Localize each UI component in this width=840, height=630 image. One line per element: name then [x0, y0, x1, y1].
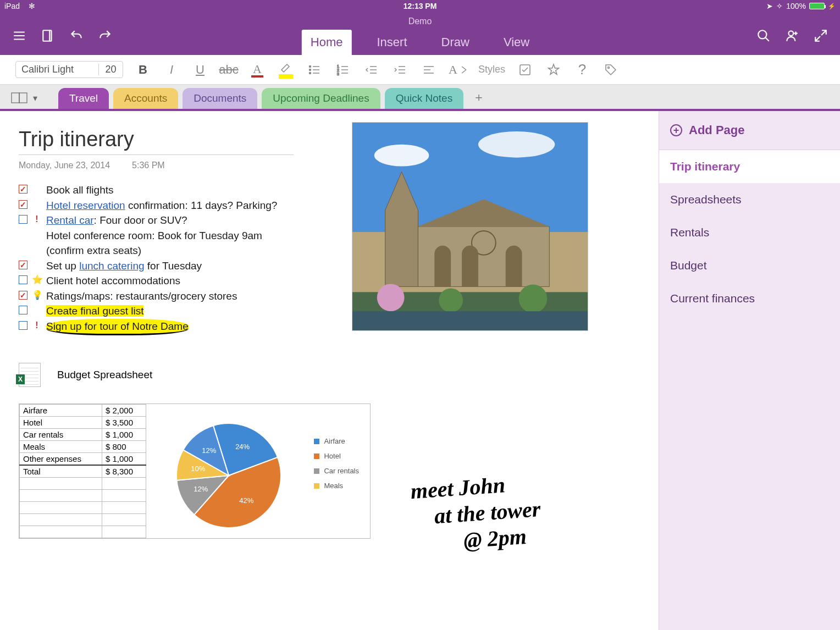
highlight-button[interactable] [277, 61, 295, 79]
styles-button[interactable]: A [449, 61, 467, 79]
star-tag-button[interactable] [545, 61, 562, 79]
check-text[interactable]: Client hotel accommodations [46, 273, 180, 289]
question-tag-button[interactable]: ? [573, 61, 591, 79]
section-tab-accounts[interactable]: Accounts [113, 88, 178, 109]
important-tag-icon: ! [32, 319, 42, 331]
undo-icon[interactable] [69, 29, 84, 43]
page-list-item[interactable]: Trip itinerary [659, 150, 840, 183]
svg-rect-13 [19, 93, 27, 103]
notebook-name: Demo [408, 16, 432, 26]
italic-button[interactable]: I [163, 61, 180, 79]
align-button[interactable] [420, 61, 438, 79]
notebook-switcher[interactable]: ▾ [11, 92, 37, 109]
section-tab-deadlines[interactable]: Upcoming Deadlines [262, 88, 380, 109]
menu-icon[interactable] [12, 29, 26, 43]
bluetooth-icon: ✧ [776, 2, 783, 10]
add-page-button[interactable]: + Add Page [659, 111, 840, 150]
sync-icon: ✻ [29, 2, 35, 10]
important-tag-icon: ! [32, 213, 42, 225]
battery-pct: 100% [786, 2, 806, 10]
check-text[interactable]: Hotel reservation confirmation: 11 days?… [46, 198, 277, 213]
formatting-toolbar: Calibri Light 20 B I U abc A 123 A Style… [0, 55, 840, 85]
budget-table: Airfare$ 2,000 Hotel$ 3,500 Car rentals$… [19, 404, 146, 538]
ribbon-tab-insert[interactable]: Insert [368, 30, 416, 55]
ios-status-bar: iPad ✻ 12:13 PM ➤ ✧ 100% ⚡ [0, 0, 840, 12]
bold-button[interactable]: B [134, 61, 152, 79]
check-text[interactable]: Set up lunch catering for Tuesday [46, 258, 202, 274]
page-list-item[interactable]: Budget [659, 249, 840, 282]
ribbon-tab-view[interactable]: View [495, 30, 538, 55]
check-text[interactable]: Book all flights [46, 183, 114, 198]
font-color-button[interactable]: A [248, 61, 266, 79]
check-text[interactable]: Hotel conference room: Book for Tuesday … [46, 228, 262, 258]
svg-point-27 [519, 284, 548, 313]
location-icon: ➤ [766, 2, 773, 10]
checkbox[interactable] [19, 215, 27, 224]
redo-icon[interactable] [98, 29, 112, 43]
numbered-list-button[interactable]: 123 [334, 61, 352, 79]
section-tab-quick[interactable]: Quick Notes [385, 88, 463, 109]
share-person-icon[interactable] [785, 29, 799, 43]
star-tag-icon: ⭐ [32, 273, 42, 286]
indent-button[interactable] [391, 61, 409, 79]
ink-handwriting[interactable]: meet John at the tower @ 2pm [410, 469, 543, 557]
checkbox[interactable] [19, 261, 27, 269]
svg-point-4 [310, 65, 311, 67]
svg-text:42%: 42% [239, 497, 253, 505]
svg-point-5 [310, 69, 311, 70]
checkbox[interactable] [19, 291, 27, 300]
section-tabs-bar: ▾ Travel Accounts Documents Upcoming Dea… [0, 85, 840, 111]
search-icon[interactable] [756, 29, 771, 43]
check-text[interactable]: Sign up for tour of Notre Dame [46, 319, 189, 336]
font-picker[interactable]: Calibri Light 20 [15, 61, 123, 78]
embedded-spreadsheet[interactable]: Airfare$ 2,000 Hotel$ 3,500 Car rentals$… [19, 404, 371, 539]
excel-file-icon [19, 363, 41, 387]
section-tab-documents[interactable]: Documents [183, 88, 257, 109]
todo-tag-button[interactable] [516, 61, 534, 79]
svg-point-25 [377, 284, 405, 311]
file-attachment[interactable]: Budget Spreadsheet [19, 363, 640, 387]
checkbox[interactable] [19, 321, 27, 330]
checkbox[interactable] [19, 200, 27, 209]
inserted-image[interactable] [352, 122, 588, 331]
svg-point-6 [310, 72, 311, 74]
svg-point-21 [478, 131, 555, 158]
checkbox[interactable] [19, 306, 27, 314]
attachment-label: Budget Spreadsheet [57, 369, 152, 381]
outdent-button[interactable] [363, 61, 380, 79]
title-underline [19, 154, 294, 155]
underline-button[interactable]: U [191, 61, 209, 79]
page-list-item[interactable]: Current finances [659, 282, 840, 315]
add-section-button[interactable]: ＋ [468, 89, 490, 109]
tags-button[interactable] [602, 61, 620, 79]
expand-icon[interactable] [814, 29, 828, 43]
page-list-item[interactable]: Rentals [659, 216, 840, 249]
fullscreen-page-icon[interactable] [41, 29, 55, 43]
styles-label: Styles [478, 64, 505, 75]
strikethrough-button[interactable]: abc [220, 61, 237, 79]
check-text[interactable]: Rental car: Four door or SUV? [46, 213, 187, 228]
ribbon-tab-home[interactable]: Home [302, 30, 352, 55]
svg-text:24%: 24% [235, 443, 250, 451]
page-list-item[interactable]: Spreadsheets [659, 183, 840, 216]
section-tab-travel[interactable]: Travel [58, 88, 109, 109]
checkbox[interactable] [19, 185, 27, 194]
ribbon-tab-draw[interactable]: Draw [433, 30, 478, 55]
check-text[interactable]: Ratings/maps: restaurants/grocery stores [46, 289, 237, 304]
svg-rect-12 [12, 93, 19, 103]
svg-text:3: 3 [337, 72, 339, 76]
svg-rect-28 [352, 311, 588, 330]
plus-circle-icon: + [670, 124, 682, 136]
svg-point-3 [789, 31, 794, 36]
page-date: Monday, June 23, 2014 [19, 161, 110, 170]
note-canvas[interactable]: Trip itinerary Monday, June 23, 2014 5:3… [0, 111, 659, 630]
check-text[interactable]: Create final guest list [46, 303, 143, 319]
svg-point-20 [374, 145, 429, 167]
ribbon-tabs: Home Insert Draw View [302, 30, 538, 55]
checkbox[interactable] [19, 275, 27, 284]
pages-panel: + Add Page Trip itinerary Spreadsheets R… [659, 111, 840, 630]
svg-point-26 [439, 288, 463, 312]
charging-icon: ⚡ [828, 3, 836, 10]
svg-text:2: 2 [337, 68, 339, 72]
bullet-list-button[interactable] [306, 61, 323, 79]
